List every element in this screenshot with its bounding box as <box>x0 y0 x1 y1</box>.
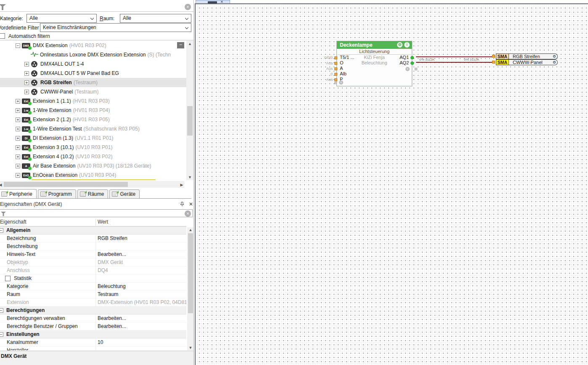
input-connector[interactable] <box>334 78 337 81</box>
properties-filter-box[interactable]: × <box>0 209 193 217</box>
expand-icon[interactable]: + <box>24 62 29 67</box>
actuator-pill[interactable]: RGB Streifen ⚙ <box>509 53 558 59</box>
property-value[interactable]: 10 <box>98 338 103 346</box>
property-row[interactable]: Kanalnummer10 <box>0 338 186 346</box>
block-output-label[interactable]: AQ1 <box>400 55 409 60</box>
tree-item[interactable]: −DMXDMX Extension(HV01 R03 P02) <box>0 41 186 50</box>
property-row[interactable]: ExtensionDMX-Extension (HV01 R03 P02, 04… <box>0 298 186 306</box>
input-connector[interactable] <box>334 62 337 65</box>
actuator-pill[interactable]: CWWW-Panel ⚙ <box>509 59 558 65</box>
property-row[interactable]: Berechtigte Benutzer / GruppenBearbeiten… <box>0 322 186 330</box>
property-value[interactable]: Beleuchtung <box>98 282 126 290</box>
tree-item[interactable]: +DMX4ALL OUT 1-4 <box>0 59 186 69</box>
block-input-label[interactable]: A <box>340 66 343 71</box>
scroll-down-icon[interactable]: ▼ <box>186 175 193 179</box>
scroll-down-icon[interactable]: ▼ <box>187 346 194 350</box>
tree-item[interactable]: +DIDI Extension (1.3)(UV1.1 R01 P01) <box>0 133 186 143</box>
kategorie-select[interactable]: Alle <box>26 14 97 23</box>
property-row[interactable]: Berechtigungen verwaltenBearbeiten... <box>0 314 186 322</box>
actuator-cwww-panel[interactable]: SMA CWWW-Panel ⚙ <box>492 59 558 65</box>
tree-horizontal-scrollbar[interactable]: ◀ ▶ <box>0 181 184 188</box>
property-value[interactable]: Bearbeiten... <box>98 322 126 330</box>
expand-icon[interactable]: + <box>16 99 20 104</box>
collapse-icon[interactable]: − <box>16 43 20 48</box>
tree-item[interactable]: +ExtExtension 1 (1.1)(HV01 R03 P03) <box>0 96 186 106</box>
tree-item[interactable]: +CWWW-Panel(Testraum) <box>0 87 186 96</box>
filter-close-icon[interactable]: × <box>185 4 191 10</box>
tree-item[interactable]: +AAir Base Extension(UV10 R03 P03) (18/1… <box>0 161 186 171</box>
tree-vertical-scrollbar[interactable]: ▲ ▼ <box>186 41 193 180</box>
property-row[interactable]: Statistik <box>0 274 186 282</box>
expand-icon[interactable]: + <box>16 155 20 159</box>
program-canvas[interactable]: Deckenlampe ⚙ i Lichtsteuerung T5/1 ...K… <box>195 3 588 365</box>
input-connector[interactable] <box>334 67 337 70</box>
expand-icon[interactable]: + <box>16 136 20 141</box>
tree-item[interactable]: +1-w1-Wire Extension Test(Schaltschrank … <box>0 124 186 133</box>
actuator-input-connector[interactable] <box>492 61 495 64</box>
wire-aq2[interactable] <box>416 62 493 63</box>
property-value[interactable]: DMX-Extension (HV01 R03 P02, 04D81... <box>98 298 186 306</box>
property-row[interactable]: RaumTestraum <box>0 290 186 298</box>
input-connector[interactable] <box>334 73 337 76</box>
tab-r-ume[interactable]: Räume <box>77 189 109 199</box>
block-output-label[interactable]: AQ2 <box>400 60 409 66</box>
output-connector[interactable] <box>411 56 414 59</box>
property-row[interactable]: Hinweis-TextBearbeiten... <box>0 250 186 258</box>
property-section[interactable]: −Allgemein <box>0 226 186 234</box>
expand-icon[interactable]: + <box>16 164 20 168</box>
property-section[interactable]: −Einstellungen <box>0 330 186 338</box>
scroll-up-icon[interactable]: ▲ <box>186 42 193 46</box>
properties-vertical-scrollbar[interactable]: ▲ ▼ <box>187 227 194 350</box>
input-connector[interactable] <box>334 56 337 59</box>
gear-icon[interactable]: ⚙ <box>553 60 556 65</box>
tree-item[interactable]: +ExtExtension 3 (10.1)(UV10 R03 P01) <box>0 143 186 152</box>
column-eigenschaft[interactable]: Eigenschaft <box>0 219 26 225</box>
property-row[interactable]: AnschlussDQ4 <box>0 266 186 274</box>
property-row[interactable]: ObjekttypDMX Gerät <box>0 258 186 266</box>
tab-programm[interactable]: Programm <box>38 189 76 199</box>
tree-item[interactable]: +DMX4ALL OUT 5 W Panel Bad EG <box>0 69 186 78</box>
raum-select[interactable]: Alle <box>120 14 191 23</box>
info-icon[interactable]: i <box>404 42 410 48</box>
add-output-icon[interactable]: + <box>405 67 410 71</box>
column-divider[interactable] <box>95 218 96 226</box>
vordefinierte-select[interactable]: Keine Einschränkungen <box>40 23 191 32</box>
property-value[interactable]: Bearbeiten... <box>98 314 126 322</box>
expand-icon[interactable]: + <box>16 173 20 178</box>
expand-icon[interactable]: + <box>16 145 20 150</box>
scroll-right-icon[interactable]: ▶ <box>180 183 184 187</box>
collapse-icon[interactable]: − <box>0 332 3 337</box>
tab-peripherie[interactable]: Peripherie <box>0 189 37 199</box>
tree-item[interactable]: +ExtExtension 2 (1.2)(HV01 R03 P05) <box>0 115 186 124</box>
actuator-rgb-streifen[interactable]: SMA RGB Streifen ⚙ <box>492 53 558 59</box>
tab-ger-te[interactable]: Geräte <box>109 189 140 199</box>
collapse-icon[interactable]: − <box>0 228 3 233</box>
scroll-left-icon[interactable]: ◀ <box>0 183 3 187</box>
collapse-node-button[interactable]: − <box>177 42 184 48</box>
gear-icon[interactable]: ⚙ <box>553 54 556 59</box>
tree-item[interactable]: +RGB Streifen(Testraum) <box>0 78 186 87</box>
property-value[interactable]: Bearbeiten... <box>98 250 126 258</box>
auto-filter-checkbox[interactable] <box>0 33 5 39</box>
property-value[interactable]: DMX Gerät <box>98 258 123 266</box>
property-value[interactable]: Testraum <box>98 290 118 298</box>
property-row[interactable]: BezeichnungRGB Streifen <box>0 234 186 242</box>
property-row[interactable]: Beschreibung <box>0 242 186 250</box>
wire-aq1[interactable] <box>416 56 494 57</box>
collapse-icon[interactable]: − <box>0 308 3 313</box>
gear-icon[interactable]: ⚙ <box>397 42 403 48</box>
clear-filter-icon[interactable]: × <box>185 210 191 217</box>
expand-icon[interactable]: + <box>24 80 29 85</box>
tree-item[interactable]: +ExtExtension 4 (10.2)(UV10 R03 P02) <box>0 152 186 161</box>
block-input-label[interactable]: Alb <box>340 71 347 77</box>
actuator-input-connector[interactable] <box>492 55 495 58</box>
statistik-checkbox[interactable] <box>5 276 11 281</box>
expand-icon[interactable]: + <box>16 108 20 113</box>
property-value[interactable]: RGB Streifen <box>98 234 127 242</box>
expand-icon[interactable]: + <box>24 71 29 76</box>
tree-item[interactable]: Onlinestatus Loxone DMX Extension Extens… <box>0 50 186 59</box>
property-value[interactable]: DQ4 <box>98 266 108 274</box>
scroll-up-icon[interactable]: ▲ <box>187 228 194 232</box>
property-row[interactable]: KategorieBeleuchtung <box>0 282 186 290</box>
block-header[interactable]: Deckenlampe ⚙ i <box>337 41 412 49</box>
